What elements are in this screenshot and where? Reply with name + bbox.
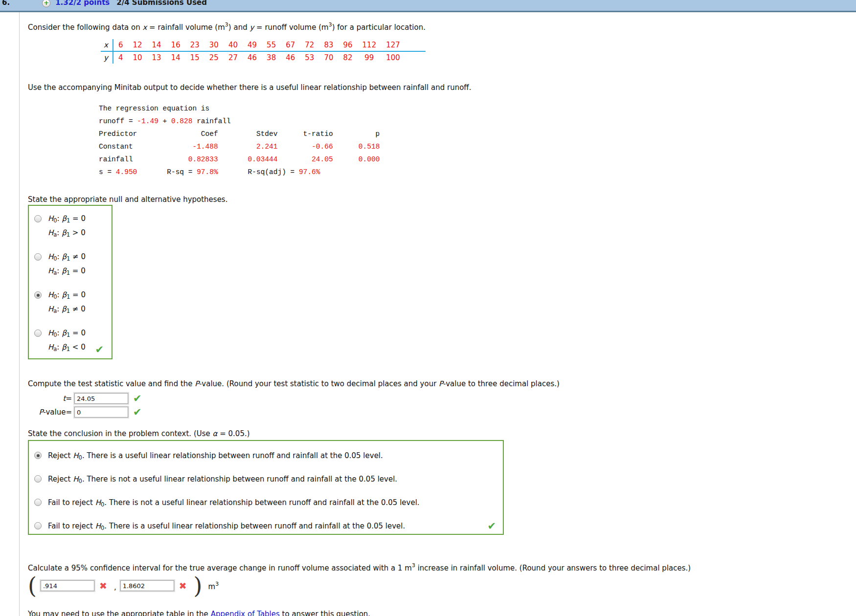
confidence-interval-answer-row: ( ✖ , ✖ ) m3 [28, 575, 219, 596]
table-row-label: x [101, 39, 113, 51]
table-cell: 12 [128, 39, 147, 51]
radio-unselected[interactable] [34, 522, 42, 529]
hypothesis-option-text: H0: β1 = 0Ha: β1 ≠ 0 [48, 289, 86, 317]
table-cell: 49 [243, 39, 262, 51]
appendix-note: You may need to use the appropriate tabl… [28, 610, 370, 616]
minitab-line: s = 4.950 R-sq = 97.8% R-sq(adj) = 97.6% [99, 166, 380, 178]
conclusion-answer-box: Reject H0. There is a useful linear rela… [28, 440, 504, 535]
table-cell: 112 [358, 39, 382, 51]
conclusion-option-text: Fail to reject H0. There is a useful lin… [48, 521, 405, 533]
conclusion-option[interactable]: Fail to reject H0. There is a useful lin… [34, 521, 503, 533]
minitab-instruction-text: Use the accompanying Minitab output to d… [28, 83, 471, 92]
ci-upper-input[interactable] [120, 580, 174, 591]
minitab-output-block: The regression equation isrunoff = -1.49… [99, 102, 380, 178]
minitab-line: Constant -1.488 2.241 -0.66 0.518 [99, 140, 380, 153]
table-cell: 38 [262, 51, 281, 64]
check-icon: ✔ [133, 407, 142, 417]
table-cell: 6 [113, 39, 128, 51]
table-cell: 96 [338, 39, 357, 51]
hypotheses-answer-box: H0: β1 = 0Ha: β1 > 0H0: β1 ≠ 0Ha: β1 = 0… [28, 205, 113, 359]
appendix-of-tables-link[interactable]: Appendix of Tables [211, 610, 280, 616]
table-cell: 13 [147, 51, 166, 64]
hypothesis-option[interactable]: H0: β1 = 0Ha: β1 ≠ 0 [34, 289, 112, 317]
table-cell: 55 [262, 39, 281, 51]
table-cell: 70 [319, 51, 338, 64]
hypothesis-option[interactable]: H0: β1 ≠ 0Ha: β1 = 0 [34, 251, 112, 279]
table-cell: 72 [300, 39, 319, 51]
left-margin-rule [19, 12, 20, 616]
table-cell: 14 [166, 51, 185, 64]
conclusion-option-text: Fail to reject H0. There is not a useful… [48, 498, 420, 509]
check-icon: ✔ [487, 521, 496, 531]
table-row-label: y [101, 51, 113, 64]
table-cell: 83 [319, 39, 338, 51]
table-cell: 46 [243, 51, 262, 64]
ci-unit: m3 [208, 581, 219, 591]
radio-unselected[interactable] [34, 499, 42, 506]
conclusion-option[interactable]: Reject H0. There is not a useful linear … [34, 474, 503, 486]
conclusion-option[interactable]: Fail to reject H0. There is not a useful… [34, 498, 503, 509]
radio-unselected[interactable] [34, 330, 42, 337]
test-statistic-prompt: Compute the test statistic value and fin… [28, 379, 560, 388]
stat-answer-row: t= ✔ [28, 393, 142, 404]
table-spacer [405, 39, 426, 51]
hypothesis-option-text: H0: β1 ≠ 0Ha: β1 = 0 [48, 251, 86, 279]
hypothesis-option[interactable]: H0: β1 = 0Ha: β1 > 0 [34, 213, 112, 241]
submissions-used-label: 2/4 Submissions Used [116, 0, 207, 7]
table-cell: 127 [381, 39, 405, 51]
check-icon: ✔ [95, 345, 104, 354]
table-cell: 16 [166, 39, 185, 51]
ci-lower-input[interactable] [41, 580, 94, 591]
stat-label: t= [28, 394, 74, 403]
radio-unselected[interactable] [34, 475, 42, 483]
table-cell: 100 [381, 51, 405, 64]
minitab-line: The regression equation is [99, 102, 380, 115]
table-cell: 46 [281, 51, 300, 64]
points-label: 1.32/2 points [55, 0, 110, 7]
radio-selected[interactable] [34, 452, 42, 459]
t-value-input[interactable] [74, 393, 128, 404]
question-header-bar: 6. + 1.32/2 points 2/4 Submissions Used [0, 0, 856, 12]
table-cell: 82 [338, 51, 357, 64]
radio-unselected[interactable] [34, 253, 42, 261]
minitab-line: Predictor Coef Stdev t-ratio p [99, 128, 380, 140]
confidence-interval-prompt: Calculate a 95% confidence interval for … [28, 562, 691, 572]
radio-unselected[interactable] [34, 215, 42, 222]
table-cell: 27 [224, 51, 243, 64]
close-paren: ) [194, 575, 203, 596]
table-cell: 4 [113, 51, 128, 64]
table-cell: 53 [300, 51, 319, 64]
conclusion-option-text: Reject H0. There is a useful linear rela… [48, 451, 383, 462]
table-cell: 25 [204, 51, 224, 64]
conclusion-option-text: Reject H0. There is not a useful linear … [48, 474, 397, 486]
table-cell: 23 [185, 39, 204, 51]
minitab-line: rainfall 0.82833 0.03444 24.05 0.000 [99, 153, 380, 166]
question-number: 6. [2, 0, 10, 7]
problem-intro-text: Consider the following data on x = rainf… [28, 22, 426, 32]
rainfall-runoff-data-table: x6121416233040495567728396112127y4101314… [101, 39, 426, 64]
check-icon: ✔ [133, 394, 142, 403]
table-cell: 40 [224, 39, 243, 51]
table-cell: 10 [128, 51, 147, 64]
radio-selected[interactable] [34, 291, 42, 299]
hypothesis-option-text: H0: β1 = 0Ha: β1 < 0 [48, 327, 86, 355]
table-cell: 30 [204, 39, 224, 51]
incorrect-x-icon: ✖ [99, 581, 107, 591]
stat-answer-row: P-value= ✔ [28, 407, 142, 418]
incorrect-x-icon: ✖ [179, 581, 187, 591]
hypotheses-prompt: State the appropriate null and alternati… [28, 195, 227, 204]
open-paren: ( [28, 575, 37, 596]
expand-points-icon[interactable]: + [42, 0, 50, 7]
hypothesis-option-text: H0: β1 = 0Ha: β1 > 0 [48, 213, 86, 241]
minitab-line: runoff = -1.49 + 0.828 rainfall [99, 115, 380, 128]
conclusion-option[interactable]: Reject H0. There is a useful linear rela… [34, 451, 503, 462]
p-value-input[interactable] [74, 407, 128, 418]
stat-label: P-value= [28, 408, 74, 417]
ci-comma: , [114, 583, 116, 592]
table-spacer [405, 51, 426, 64]
conclusion-prompt: State the conclusion in the problem cont… [28, 429, 250, 438]
table-cell: 14 [147, 39, 166, 51]
table-cell: 99 [358, 51, 382, 64]
table-cell: 15 [185, 51, 204, 64]
table-cell: 67 [281, 39, 300, 51]
